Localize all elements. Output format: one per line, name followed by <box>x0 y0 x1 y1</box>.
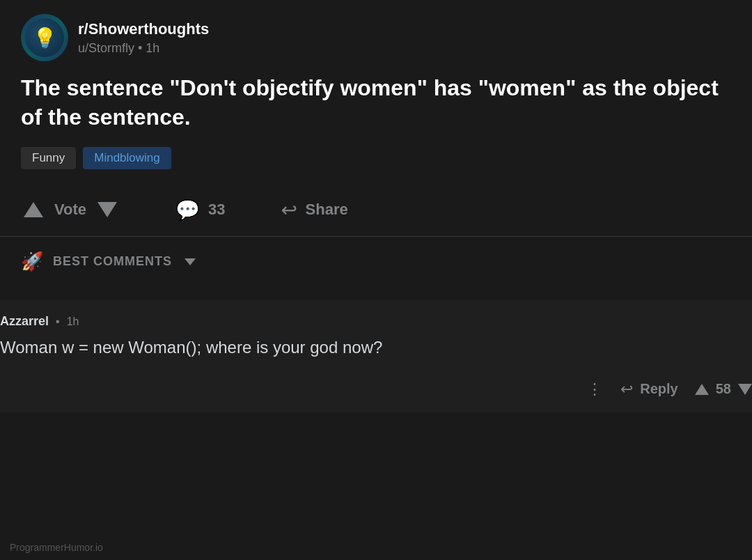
comment-downvote-button[interactable] <box>738 384 752 395</box>
avatar: 💡 <box>21 14 68 61</box>
sort-rocket-icon: 🚀 <box>21 251 43 272</box>
post-actions: Vote 💬 33 ↪ Share <box>21 190 731 229</box>
comment-author[interactable]: Azzarrel <box>0 314 49 329</box>
subreddit-name[interactable]: r/Showerthoughts <box>78 20 209 38</box>
watermark: ProgrammerHumor.io <box>10 542 103 553</box>
avatar-inner: 💡 <box>25 18 64 57</box>
avatar-icon: 💡 <box>33 26 57 49</box>
share-icon: ↪ <box>281 199 297 221</box>
best-comments-row: 🚀 BEST COMMENTS <box>21 237 731 286</box>
comment-header: Azzarrel • 1h <box>0 314 752 329</box>
reply-icon: ↩ <box>620 380 633 398</box>
chevron-down-icon[interactable] <box>185 258 196 265</box>
time-separator: • <box>138 41 146 55</box>
best-comments-label: BEST COMMENTS <box>53 254 172 269</box>
user-time: u/Stormfly • 1h <box>78 41 209 56</box>
reply-action[interactable]: ↩ Reply <box>620 380 677 398</box>
comment-time-separator: • <box>56 316 60 328</box>
comment-time: 1h <box>67 316 79 328</box>
comment-bubble-icon: 💬 <box>175 199 200 221</box>
comments-action[interactable]: 💬 33 <box>175 199 225 221</box>
tags-row: Funny Mindblowing <box>21 147 731 169</box>
share-action[interactable]: ↪ Share <box>281 199 348 221</box>
comment-body: Woman w = new Woman(); where is your god… <box>0 336 752 359</box>
comment-vote-count: 58 <box>716 381 731 397</box>
comment-upvote-button[interactable] <box>695 384 709 395</box>
comment-count: 33 <box>208 201 225 219</box>
username[interactable]: u/Stormfly <box>78 41 134 55</box>
vote-label: Vote <box>54 201 86 219</box>
comment-actions: ⋮ ↩ Reply 58 <box>0 373 752 405</box>
comment-more-button[interactable]: ⋮ <box>587 380 604 398</box>
upvote-button[interactable] <box>21 197 46 222</box>
downvote-icon <box>97 202 117 217</box>
post-header: 💡 r/Showerthoughts u/Stormfly • 1h <box>21 14 731 61</box>
post-time: 1h <box>146 41 159 55</box>
tag-mindblowing[interactable]: Mindblowing <box>83 147 171 169</box>
post-meta: r/Showerthoughts u/Stormfly • 1h <box>78 20 209 56</box>
vote-action: Vote <box>21 197 120 222</box>
share-label: Share <box>306 201 348 219</box>
upvote-icon <box>24 202 43 217</box>
post-title: The sentence "Don't objectify women" has… <box>21 74 731 132</box>
comments-section: Azzarrel • 1h Woman w = new Woman(); whe… <box>0 300 752 412</box>
comment-vote: 58 <box>695 381 752 397</box>
downvote-button[interactable] <box>95 197 120 222</box>
tag-funny[interactable]: Funny <box>21 147 76 169</box>
post-container: 💡 r/Showerthoughts u/Stormfly • 1h The s… <box>0 0 752 300</box>
reply-label: Reply <box>640 381 677 397</box>
